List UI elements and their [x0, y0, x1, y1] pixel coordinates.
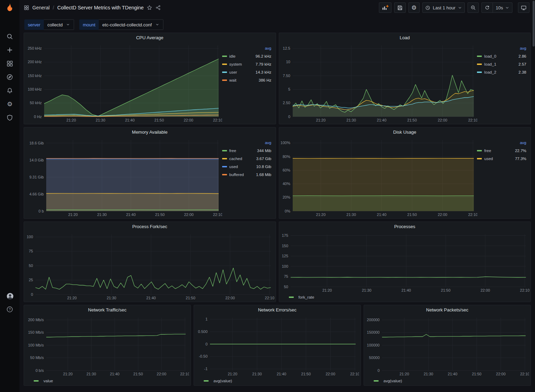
network-packets-chart[interactable]: 05000010000015000020000021:2021:3021:402…	[365, 314, 529, 377]
svg-text:21:30: 21:30	[96, 118, 105, 122]
svg-text:0 b/s: 0 b/s	[35, 368, 44, 373]
server-admin-shield-icon[interactable]	[6, 114, 13, 121]
svg-text:22:10: 22:10	[468, 118, 477, 122]
legend-item[interactable]: cached3.67 Gib	[222, 155, 271, 162]
series-name: value	[43, 379, 53, 383]
legend-item[interactable]: load_12.57	[477, 60, 526, 68]
process-fork-chart[interactable]: 025507510021:2021:3021:4021:5022:0022:10	[25, 231, 274, 301]
legend-item[interactable]: avg(value)	[204, 379, 232, 383]
refresh-interval-dropdown[interactable]: 10s	[493, 3, 512, 12]
panel-title[interactable]: Process Fork/sec	[24, 222, 276, 231]
legend-item[interactable]: system7.79 kHz	[222, 60, 271, 68]
legend: avgfree22.7%used77.3%	[477, 136, 529, 218]
network-errors-chart[interactable]: -1-0.5000.500121:2021:3021:4021:5022:002…	[195, 314, 359, 377]
svg-text:?: ?	[9, 308, 11, 311]
svg-text:100000: 100000	[367, 343, 380, 347]
svg-text:20%: 20%	[282, 195, 290, 199]
panel-load: Load 02.5057.501012.521:2021:3021:4021:5…	[279, 33, 531, 124]
time-range-picker[interactable]: Last 1 hour	[422, 2, 465, 13]
legend-item[interactable]: used77.3%	[477, 155, 526, 162]
add-panel-button[interactable]	[379, 2, 391, 13]
series-name: buffered	[229, 173, 244, 177]
disk-usage-chart[interactable]: 0%20%40%60%80%100%21:2021:3021:4021:5022…	[281, 136, 477, 218]
panel-title[interactable]: Network Packets/sec	[364, 305, 530, 314]
dashboard-settings-button[interactable]: ⚙	[408, 2, 420, 13]
cycle-view-mode-button[interactable]	[518, 2, 529, 13]
create-plus-icon[interactable]	[6, 47, 13, 53]
zoom-out-button[interactable]	[468, 2, 479, 13]
zoom-out-icon	[470, 5, 476, 10]
variable-value-dropdown[interactable]: etc-collectd-collectd.conf	[99, 19, 163, 30]
legend-item[interactable]: free22.7%	[477, 147, 526, 155]
grafana-logo[interactable]	[5, 2, 15, 14]
svg-text:21:50: 21:50	[186, 296, 195, 300]
share-icon[interactable]	[155, 5, 161, 10]
svg-text:22:00: 22:00	[496, 372, 506, 376]
svg-text:21:30: 21:30	[362, 288, 371, 292]
panel-title[interactable]: Network Errors/sec	[194, 305, 360, 314]
series-color-marker	[204, 380, 209, 382]
svg-text:21:30: 21:30	[97, 212, 107, 217]
dashboards-icon[interactable]	[6, 60, 13, 67]
configuration-gear-icon[interactable]: ⚙	[6, 101, 13, 108]
legend-item[interactable]: avg(value)	[374, 379, 402, 383]
cpu-average-chart[interactable]: 0 Hz50 kHz100 kHz150 kHz200 kHz250 kHz21…	[25, 42, 222, 123]
user-avatar[interactable]	[6, 292, 13, 299]
dashboard-title[interactable]: CollectD Server Metrics with TDengine	[57, 5, 144, 10]
legend-header-avg[interactable]: avg	[477, 45, 526, 52]
panel-title[interactable]: Processes	[279, 222, 531, 231]
legend-item[interactable]: fork_rate	[289, 295, 314, 299]
svg-text:0.500: 0.500	[198, 330, 208, 334]
load-chart[interactable]: 02.5057.501012.521:2021:3021:4021:5022:0…	[281, 42, 477, 123]
help-icon[interactable]: ?	[6, 306, 13, 313]
legend-header-avg[interactable]: avg	[477, 139, 526, 147]
legend-item[interactable]: load_02.86	[477, 52, 526, 60]
panel-title[interactable]: Network Traffic/sec	[24, 305, 191, 314]
svg-text:25: 25	[29, 278, 33, 282]
legend-item[interactable]: value	[34, 379, 53, 383]
star-icon[interactable]	[147, 5, 152, 10]
chart-canvas: 02.5057.501012.521:2021:3021:4021:5022:0…	[281, 42, 477, 123]
network-traffic-chart[interactable]: 0 b/s50 Mb/s100 Mb/s150 Mb/s200 Mb/s21:2…	[25, 314, 189, 377]
panel-title[interactable]: Disk Usage	[279, 127, 531, 136]
series-color-marker	[222, 64, 227, 65]
panel-processes: Processes 507510012515017521:2021:3021:4…	[279, 222, 531, 302]
svg-text:4.66 Gib: 4.66 Gib	[29, 192, 44, 196]
legend-item[interactable]: load_22.38	[477, 68, 526, 76]
svg-text:100%: 100%	[281, 141, 290, 145]
legend-item[interactable]: used10.8 Gib	[222, 162, 271, 170]
legend-header-avg[interactable]: avg	[222, 45, 271, 52]
memory-available-chart[interactable]: 0 b4.66 Gib9.31 Gib14.0 Gib18.6 Gib21:20…	[25, 136, 222, 218]
svg-text:22:00: 22:00	[184, 118, 193, 122]
scrollbar-thumb[interactable]	[533, 1, 535, 47]
svg-text:21:30: 21:30	[252, 372, 262, 376]
svg-text:21:40: 21:40	[125, 118, 135, 122]
svg-text:40%: 40%	[282, 182, 290, 186]
panel-network-traffic: Network Traffic/sec 0 b/s50 Mb/s100 Mb/s…	[24, 305, 191, 386]
variable-value-dropdown[interactable]: collectd	[44, 19, 74, 30]
explore-compass-icon[interactable]	[6, 74, 13, 81]
series-name: user	[229, 70, 237, 74]
add-panel-icon	[382, 5, 389, 11]
breadcrumb-folder[interactable]: General	[32, 5, 50, 10]
alerting-bell-icon[interactable]	[6, 87, 13, 94]
panel-title[interactable]: CPU Average	[24, 33, 276, 42]
panel-title[interactable]: Load	[279, 33, 531, 42]
legend-item[interactable]: buffered1.68 Mib	[222, 170, 271, 178]
legend-item[interactable]: free344 Mib	[222, 147, 271, 155]
legend-header-avg[interactable]: avg	[222, 139, 271, 147]
svg-text:22:10: 22:10	[520, 288, 529, 292]
svg-text:75: 75	[284, 274, 288, 278]
legend-item[interactable]: user14.3 kHz	[222, 68, 271, 76]
svg-text:22:00: 22:00	[480, 288, 490, 292]
search-icon[interactable]	[6, 33, 13, 40]
processes-chart[interactable]: 507510012515017521:2021:3021:4021:5022:0…	[281, 231, 529, 293]
panel-title[interactable]: Memory Available	[24, 127, 276, 136]
legend-item[interactable]: idle96.2 kHz	[222, 52, 271, 60]
save-dashboard-button[interactable]	[394, 2, 406, 13]
svg-text:0: 0	[205, 342, 208, 346]
gear-icon: ⚙	[411, 4, 416, 11]
refresh-button[interactable]	[482, 3, 493, 12]
svg-text:21:40: 21:40	[401, 288, 411, 292]
legend-item[interactable]: wait386 Hz	[222, 76, 271, 84]
